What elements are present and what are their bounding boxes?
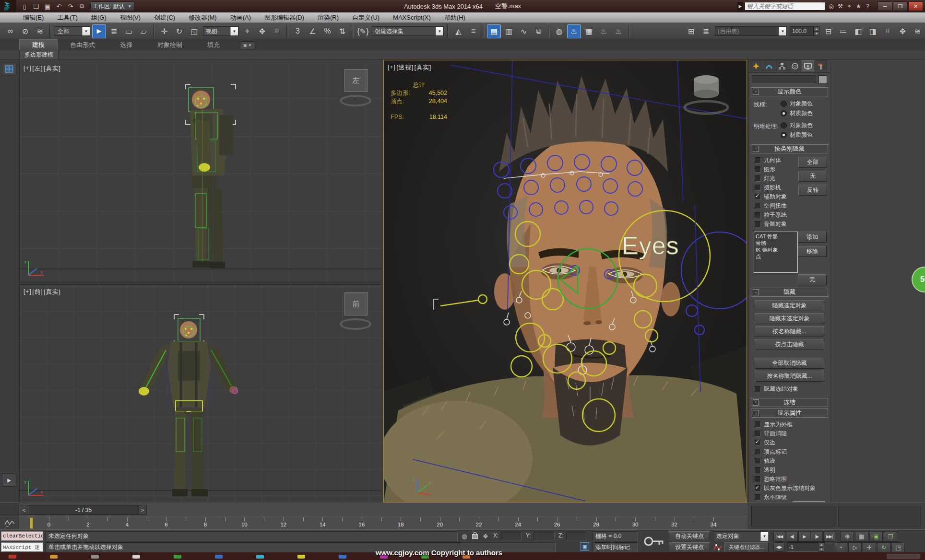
maximize-viewport-button[interactable]: ◳ [891,542,905,553]
viewport-menu-plus[interactable]: [+] [388,63,395,72]
maxscript-mini-listener-command[interactable]: clearSelection [1,531,43,541]
menu-item-5[interactable]: 修改器(M) [182,12,224,23]
strip-expand-button[interactable]: ▶ [2,473,16,487]
play-button[interactable]: ▶ [798,531,810,542]
edges-only-checkbox[interactable] [755,440,761,446]
viewport-layout-tabs-icon[interactable] [2,63,16,75]
z-coordinate-field[interactable] [566,532,587,540]
display-tab[interactable] [802,60,814,71]
layer-list-icon[interactable]: ≣ [699,24,713,38]
key-mode-dropdown[interactable]: 选定对象 ▼ [713,531,769,541]
track-bar[interactable]: < -1 / 35 > [0,502,747,516]
particle-systems-checkbox[interactable] [755,212,761,218]
cameras-checkbox[interactable] [755,185,761,191]
unhide-by-name-button[interactable]: 按名称取消隐藏... [755,371,824,382]
restore-button[interactable]: ❐ [893,1,908,11]
add-to-layer-icon[interactable]: ⊟ [821,24,835,38]
x-coordinate-field[interactable] [501,532,522,540]
ribbon-tab-3[interactable]: 对象绘制 [145,40,195,50]
key-filters-curve-icon[interactable] [713,543,723,552]
freeze-layer-icon[interactable]: ◨ [866,24,880,38]
see-through-checkbox[interactable] [755,467,761,473]
eyes-rig-label[interactable]: Eyes [622,232,679,259]
category-all-button[interactable]: 全部 [798,157,827,168]
next-frame-button[interactable]: |▶ [811,531,823,542]
zoom-extents-button[interactable]: ▣ [869,531,883,542]
spinner-snap-icon[interactable]: ⇅ [335,24,349,38]
hide-header[interactable]: - 隐藏 [751,288,828,297]
viewport-shading[interactable]: [真实] [44,64,60,73]
go-to-start-button[interactable]: |◀◀ [773,531,785,542]
motion-tab[interactable] [789,60,801,71]
category-list-none-button[interactable]: 无 [798,274,827,285]
category-list-item-2[interactable]: IK 链对象 [756,246,796,253]
open-mini-curve-editor-icon[interactable] [0,516,19,530]
binoculars-icon[interactable]: ◎ [827,2,836,11]
auto-key-button[interactable]: 自动关键点 [669,531,710,541]
frame-down-arrow[interactable]: ▼ [818,547,824,552]
ribbon-tab-1[interactable]: 自由形式 [58,40,107,50]
category-none-button[interactable]: 无 [798,171,827,182]
hide-by-category-header[interactable]: - 按类别隐藏 [751,144,828,153]
menu-item-7[interactable]: 图形编辑器(D) [258,12,311,23]
hide-frozen-checkbox[interactable] [755,386,761,392]
search-input[interactable] [745,2,825,11]
menu-item-0[interactable]: 编辑(E) [16,12,50,23]
schematic-view-icon[interactable]: ⧉ [532,24,546,38]
new-file-icon[interactable]: ▯ [19,1,30,11]
bone-objects-checkbox[interactable] [755,221,761,227]
reference-coordinate-dropdown[interactable]: 视图▼ [203,26,238,36]
category-invert-button[interactable]: 反转 [798,185,827,196]
wrench-icon[interactable]: ⚒ [836,2,845,11]
previous-frame-arrow[interactable]: < [20,505,28,515]
zoom-all-button[interactable]: ▦ [855,531,868,542]
communication-center-icon[interactable]: ⌖ [845,2,854,11]
expand-icon[interactable]: + [753,399,759,406]
select-and-link-icon[interactable]: ∞ [3,24,17,38]
display-color-header[interactable]: - 显示颜色 [751,87,828,96]
never-degrade-checkbox[interactable] [755,494,761,501]
snap-toggle-3d-icon[interactable]: 3 [291,24,305,38]
helpers-checkbox[interactable] [755,194,761,200]
close-button[interactable]: ✕ [908,1,923,11]
absolute-mode-transform-icon[interactable]: ✥ [481,531,490,541]
modify-tab[interactable] [763,60,775,71]
percent-snap-icon[interactable]: % [320,24,334,38]
move-to-layer-icon[interactable]: ✥ [896,24,910,38]
selection-filter-dropdown[interactable]: 全部▼ [55,26,90,36]
percent-spinner[interactable]: 100.0▲▼ [790,26,819,36]
menu-item-6[interactable]: 动画(A) [224,12,258,23]
current-frame-field[interactable] [787,542,818,552]
menu-item-4[interactable]: 创建(C) [147,12,182,23]
menu-item-1[interactable]: 工具(T) [50,12,84,23]
zoom-button[interactable]: ⊕ [841,531,854,542]
display-properties-header[interactable]: - 显示属性 [751,408,828,418]
keyboard-override-icon[interactable]: ⌗ [270,24,284,38]
named-selection-dropdown[interactable]: 创建选择集▼ [372,26,444,36]
viewcube-ring[interactable] [340,318,371,330]
material-editor-icon[interactable]: ◍ [552,24,566,38]
select-by-name-icon[interactable]: ≣ [107,24,121,38]
shapes-checkbox[interactable] [755,166,761,173]
edit-named-selection-sets-icon[interactable]: {✎} [356,24,370,38]
select-and-manipulate-icon[interactable]: ✥ [255,24,269,38]
category-list-item-0[interactable]: CAT 骨骼 [756,233,796,240]
layer-props-icon[interactable]: ⌗ [881,24,895,38]
viewport-name[interactable]: [前] [32,288,43,296]
render-iterative-icon[interactable]: ♨ [612,24,626,38]
viewport-shading[interactable]: [真实] [44,288,60,296]
viewport-left[interactable]: [+] [左] [真实] 左 [19,61,382,282]
menu-item-10[interactable]: MAXScript(X) [386,12,438,23]
select-in-layer-icon[interactable]: ≔ [836,24,850,38]
viewport-name[interactable]: [左] [32,64,43,73]
enabled-layer-dropdown[interactable]: (启用层)▼ [715,26,787,36]
shaded-object-color-radio[interactable] [781,122,787,128]
viewport-menu-plus[interactable]: [+] [24,64,31,73]
set-key-button[interactable]: 设置关键点 [669,542,710,552]
use-pivot-center-icon[interactable]: ⌖ [240,24,254,38]
angle-snap-icon[interactable]: ∠ [306,24,320,38]
frame-up-arrow[interactable]: ▲ [818,542,824,547]
ribbon-tab-2[interactable]: 选择 [107,40,145,50]
space-warps-checkbox[interactable] [755,203,761,209]
collapse-icon[interactable]: - [753,410,759,416]
